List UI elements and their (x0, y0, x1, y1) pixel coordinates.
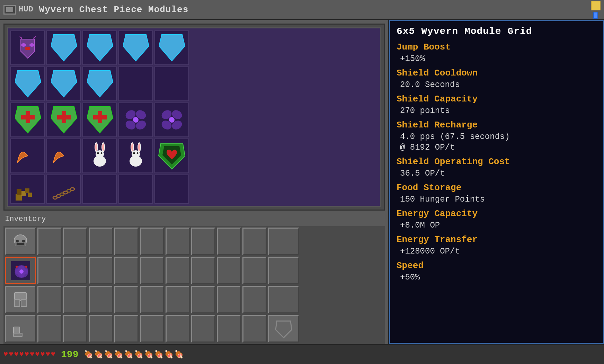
stat-shield-capacity: Shield Capacity 270 points (397, 94, 597, 116)
module-cell-1-0[interactable] (10, 66, 45, 101)
svg-rect-3 (25, 47, 30, 50)
module-cell-2-1[interactable] (46, 103, 81, 137)
food-10: 🍖 (174, 350, 184, 359)
module-cell-2-3[interactable] (118, 103, 153, 137)
inv-cell-2-6[interactable] (166, 286, 190, 313)
svg-point-41 (137, 152, 139, 154)
hud-label: HUD (19, 5, 34, 14)
inv-cell-0-6[interactable] (166, 228, 190, 255)
food-1: 🍖 (84, 350, 93, 359)
inv-cell-2-5[interactable] (140, 286, 164, 313)
inv-cell-3-8[interactable] (217, 315, 241, 343)
inv-cell-1-4[interactable] (114, 257, 139, 284)
yellow-icon[interactable] (591, 1, 601, 10)
inv-cell-1-1[interactable] (37, 257, 62, 284)
module-cell-0-2[interactable] (82, 30, 117, 65)
stat-value-energy-capacity: +8.0M OP (397, 220, 597, 231)
food-icons: 🍖 🍖 🍖 🍖 🍖 🍖 🍖 🍖 🍖 🍖 (84, 350, 184, 359)
module-cell-2-0[interactable] (10, 103, 45, 137)
stat-name-shield-op-cost: Shield Operating Cost (397, 156, 597, 168)
heart-6: ♥ (30, 350, 34, 359)
module-cell-2-2[interactable] (82, 103, 117, 137)
blue-icon[interactable] (593, 12, 598, 19)
module-cell-3-1[interactable] (46, 139, 81, 173)
inv-cell-2-2[interactable] (63, 286, 87, 313)
food-4: 🍖 (114, 350, 123, 359)
inv-cell-3-6[interactable] (166, 315, 190, 343)
inv-cell-1-5[interactable] (140, 257, 164, 284)
svg-rect-70 (21, 300, 26, 307)
inv-cell-2-4[interactable] (114, 286, 139, 313)
module-cell-4-1[interactable] (46, 175, 81, 204)
inv-cell-2-10[interactable] (268, 286, 299, 313)
module-cell-4-0[interactable] (10, 175, 45, 204)
inv-cell-3-2[interactable] (63, 315, 87, 343)
inv-cell-2-9[interactable] (242, 286, 267, 313)
svg-point-2 (29, 43, 34, 47)
inv-cell-0-8[interactable] (217, 228, 241, 255)
inv-cell-2-3[interactable] (89, 286, 113, 313)
module-cell-0-4[interactable] (154, 30, 189, 65)
module-cell-3-3[interactable] (118, 139, 153, 173)
module-cell-3-0[interactable] (10, 139, 45, 173)
offhand-slot[interactable] (268, 228, 299, 255)
inv-cell-3-4[interactable] (114, 315, 139, 343)
inv-cell-0-3[interactable] (89, 228, 113, 255)
module-cell-4-3[interactable] (118, 175, 153, 204)
shield-slot[interactable] (268, 315, 299, 343)
module-cell-0-3[interactable] (118, 30, 153, 65)
inv-cell-1-8[interactable] (217, 257, 241, 284)
heart-2: ♥ (9, 350, 13, 359)
inv-cell-2-7[interactable] (191, 286, 215, 313)
inventory-label: Inventory (3, 215, 385, 223)
inv-cell-3-1[interactable] (37, 315, 62, 343)
inv-cell-3-5[interactable] (140, 315, 164, 343)
bottom-bar: ♥ ♥ ♥ ♥ ♥ ♥ ♥ ♥ ♥ ♥ 199 🍖 🍖 🍖 🍖 🍖 🍖 🍖 🍖 … (0, 344, 604, 364)
xp-level: 199 (61, 349, 78, 360)
wyvern-module-item[interactable] (5, 257, 36, 284)
inv-cell-1-6[interactable] (166, 257, 190, 284)
module-cell-2-4[interactable] (154, 103, 189, 137)
inv-cell-0-1[interactable] (37, 228, 62, 255)
armor-head-slot[interactable] (5, 228, 36, 255)
module-cell-1-1[interactable] (46, 66, 81, 101)
module-cell-0-0[interactable] (10, 30, 45, 65)
stat-value-food-storage: 150 Hunger Points (397, 194, 597, 205)
svg-rect-69 (15, 300, 20, 307)
module-cell-1-2[interactable] (82, 66, 117, 101)
inv-cell-2-8[interactable] (217, 286, 241, 313)
inv-cell-1-9[interactable] (242, 257, 267, 284)
module-cell-4-2[interactable] (82, 175, 117, 204)
inv-cell-1-3[interactable] (89, 257, 113, 284)
inv-cell-1-2[interactable] (63, 257, 87, 284)
inv-cell-0-9[interactable] (242, 228, 267, 255)
module-cell-3-2[interactable] (82, 139, 117, 173)
inv-cell-1-7[interactable] (191, 257, 215, 284)
module-cell-3-4[interactable] (154, 139, 189, 173)
inv-cell-0-4[interactable] (114, 228, 139, 255)
heart-9: ♥ (46, 350, 50, 359)
module-cell-0-1[interactable] (46, 30, 81, 65)
armor-boots-slot[interactable] (5, 315, 36, 343)
svg-rect-47 (28, 193, 32, 197)
module-cell-1-4[interactable] (154, 66, 189, 101)
inv-cell-0-2[interactable] (63, 228, 87, 255)
svg-point-67 (25, 266, 27, 268)
svg-point-40 (133, 152, 135, 154)
stat-name-jump-boost: Jump Boost (397, 42, 597, 53)
food-6: 🍖 (134, 350, 143, 359)
armor-legs-slot[interactable] (5, 286, 36, 313)
inv-cell-2-1[interactable] (37, 286, 62, 313)
inventory-grid (3, 226, 385, 344)
stat-food-storage: Food Storage 150 Hunger Points (397, 182, 597, 205)
inv-cell-1-10[interactable] (268, 257, 299, 284)
inv-cell-0-7[interactable] (191, 228, 215, 255)
inv-cell-0-5[interactable] (140, 228, 164, 255)
module-cell-1-3[interactable] (118, 66, 153, 101)
svg-rect-7 (57, 115, 71, 119)
svg-point-66 (16, 266, 18, 268)
inv-cell-3-3[interactable] (89, 315, 113, 343)
inv-cell-3-7[interactable] (191, 315, 215, 343)
inv-cell-3-9[interactable] (242, 315, 267, 343)
module-cell-4-4[interactable] (154, 175, 189, 204)
